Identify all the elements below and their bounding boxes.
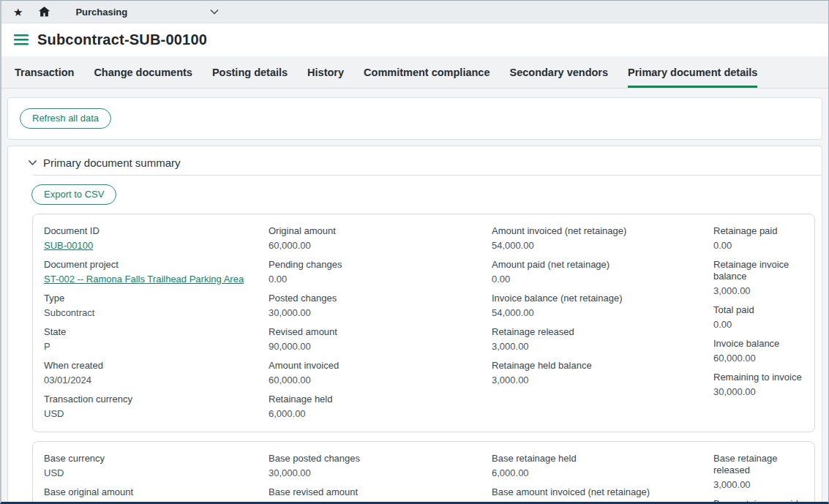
field-label: Document project [44,257,269,271]
field: Base revised amount90,000.00 [269,485,492,504]
field-label: Invoice balance [713,336,807,350]
field-label: Invoice balance (net retainage) [492,291,713,304]
field-label: Base currency [44,451,269,464]
field-value: 60,000.00 [713,350,807,364]
field: Base posted changes30,000.00 [269,451,492,479]
refresh-all-data-button[interactable]: Refresh all data [20,108,111,129]
field: Base currencyUSD [44,451,269,479]
field-value: 0.00 [713,316,807,331]
field-label: Base retainage paid [713,497,807,504]
tab-posting-details[interactable]: Posting details [212,56,288,88]
field: Posted changes30,000.00 [269,291,492,319]
field: Retainage released3,000.00 [492,325,713,353]
field-value: 30,000.00 [269,464,492,479]
field-value: 3,000.00 [492,372,713,386]
field: Transaction currencyUSD [44,392,269,420]
field-value-link[interactable]: SUB-00100 [44,237,269,252]
field-label: Remaining to invoice [713,370,807,383]
field: Base original amount60,000.00 [44,485,269,504]
primary-document-summary-card: Primary document summary Export to CSV D… [7,146,822,504]
export-row: Export to CSV [8,184,822,205]
field: Retainage held balance3,000.00 [492,358,713,386]
module-menu[interactable]: Purchasing [75,7,219,18]
field-value: Subcontract [44,304,269,319]
list-menu-icon[interactable] [14,34,29,46]
tab-primary-document-details[interactable]: Primary document details [628,56,757,88]
field: TypeSubcontract [44,291,269,319]
field: Base retainage held6,000.00 [492,451,713,479]
tab-history[interactable]: History [307,56,344,88]
field: Amount invoiced60,000.00 [269,358,492,386]
field-value: P [44,338,269,353]
field: Retainage paid0.00 [713,224,807,252]
field-value: 60,000.00 [269,237,492,252]
field-label: Retainage held [269,392,492,405]
field: Total paid0.00 [713,303,807,331]
actions-toolbar-card: Refresh all data [7,97,822,140]
field-label: Amount paid (net retainage) [492,257,713,271]
tab-secondary-vendors[interactable]: Secondary vendors [509,56,608,88]
chevron-down-icon [210,9,219,15]
field: Document projectST-002 -- Ramona Falls T… [44,257,269,285]
field-value: 0.00 [492,271,713,285]
field-label: Base amount invoiced (net retainage) [492,485,713,498]
field: Pending changes0.00 [269,257,492,285]
field-value: 6,000.00 [492,464,713,479]
app-window: ★ Purchasing Subcontract-SUB-00100 Trans… [0,0,829,504]
field-label: When created [44,358,269,372]
field-column: Original amount60,000.00Pending changes0… [269,224,492,426]
field-column: Amount invoiced (net retainage)54,000.00… [492,224,713,426]
field-column: Base currencyUSDBase original amount60,0… [44,451,269,504]
export-to-csv-button[interactable]: Export to CSV [31,184,116,205]
chevron-down-icon [28,159,37,166]
document-summary-fields-panel: Document IDSUB-00100Document projectST-0… [32,214,815,432]
home-icon[interactable] [38,6,50,18]
field-value: 0.00 [713,237,807,252]
field-column: Document IDSUB-00100Document projectST-0… [44,224,269,426]
field-label: Posted changes [269,291,492,304]
field-value: 03/01/2024 [44,372,269,386]
field-value: 6,000.00 [269,405,492,420]
tab-bar: TransactionChange documentsPosting detai… [1,56,828,89]
field-value: 54,000.00 [492,498,713,504]
field-value: 90,000.00 [269,498,492,504]
field: Retainage held6,000.00 [269,392,492,420]
top-navigation-bar: ★ Purchasing [1,1,828,23]
tab-transaction[interactable]: Transaction [15,56,74,88]
favorites-star-icon[interactable]: ★ [13,7,23,18]
field-label: Type [44,291,269,304]
field: When created03/01/2024 [44,358,269,386]
field-label: Base retainage held [492,451,713,464]
tab-change-documents[interactable]: Change documents [94,56,192,88]
field: StateP [44,325,269,353]
field: Base retainage released3,000.00 [713,451,807,491]
field-label: Base retainage released [713,451,807,476]
field-value: 60,000.00 [269,372,492,386]
field: Remaining to invoice30,000.00 [713,370,807,398]
tab-commitment-compliance[interactable]: Commitment compliance [364,56,489,88]
field: Amount invoiced (net retainage)54,000.00 [492,224,713,252]
summary-section-toggle[interactable]: Primary document summary [8,155,822,175]
field: Retainage invoice balance3,000.00 [713,257,807,297]
field-label: Base original amount [44,485,269,498]
field-value: 54,000.00 [492,304,713,319]
field-value: 54,000.00 [492,237,713,252]
section-divider [33,175,822,176]
field-label: Original amount [269,224,492,237]
page-header: Subcontract-SUB-00100 [1,23,828,56]
field-label: Amount invoiced (net retainage) [492,224,713,237]
field-label: Amount invoiced [269,358,492,372]
field-label: Retainage paid [713,224,807,237]
field-label: Pending changes [269,257,492,271]
field-label: Retainage held balance [492,358,713,372]
field-label: Revised amount [269,325,492,338]
field-value: 3,000.00 [713,282,807,297]
field-label: Total paid [713,303,807,316]
field-value-link[interactable]: ST-002 -- Ramona Falls Trailhead Parking… [44,271,269,285]
field-value: 30,000.00 [269,304,492,319]
field-column: Base retainage held6,000.00Base amount i… [492,451,713,504]
field-value: 30,000.00 [713,383,807,398]
field: Document IDSUB-00100 [44,224,269,252]
base-currency-fields-panel: Base currencyUSDBase original amount60,0… [32,441,815,504]
field-value: 3,000.00 [492,338,713,353]
